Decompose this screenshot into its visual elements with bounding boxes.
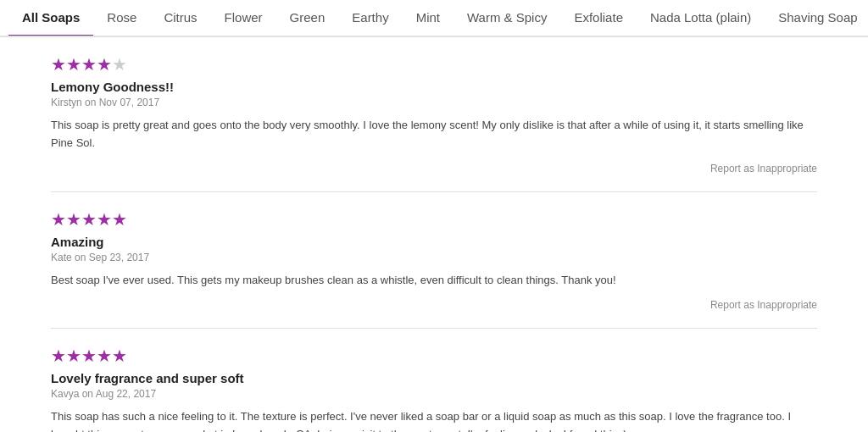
- review-meta: Kirstyn on Nov 07, 2017: [51, 97, 817, 108]
- star-icon: ★: [97, 209, 112, 230]
- nav-item-warm--spicy[interactable]: Warm & Spicy: [453, 0, 560, 37]
- nav-item-mint[interactable]: Mint: [403, 0, 453, 37]
- nav-item-earthy[interactable]: Earthy: [338, 0, 402, 37]
- star-icon: ★: [51, 209, 66, 230]
- report-inappropriate-link[interactable]: Report as Inappropriate: [51, 163, 817, 174]
- star-rating: ★★★★★: [51, 54, 817, 75]
- nav-item-rose[interactable]: Rose: [93, 0, 150, 37]
- review-date: Aug 22, 2017: [96, 388, 156, 400]
- nav-item-flower[interactable]: Flower: [211, 0, 276, 37]
- reviews-container: ★★★★★Lemony Goodness!!Kirstyn on Nov 07,…: [0, 37, 868, 432]
- star-icon: ★: [81, 209, 97, 230]
- review-date: Sep 23, 2017: [89, 252, 149, 263]
- category-nav: All SoapsRoseCitrusFlowerGreenEarthyMint…: [0, 0, 868, 37]
- star-icon: ★: [81, 54, 97, 75]
- review-title: Amazing: [51, 235, 817, 249]
- star-icon: ★: [97, 54, 112, 75]
- review-item: ★★★★★AmazingKate on Sep 23, 2017Best soa…: [51, 192, 817, 330]
- review-item: ★★★★★Lovely fragrance and super softKavy…: [51, 329, 817, 432]
- review-body: Best soap I've ever used. This gets my m…: [51, 272, 817, 290]
- star-icon: ★: [66, 54, 81, 75]
- nav-item-citrus[interactable]: Citrus: [150, 0, 210, 37]
- star-icon: ★: [81, 346, 97, 366]
- star-icon: ★: [112, 209, 127, 230]
- star-rating: ★★★★★: [51, 209, 817, 230]
- star-icon: ★: [66, 346, 81, 366]
- nav-item-nada-lotta-plain[interactable]: Nada Lotta (plain): [637, 0, 765, 37]
- star-icon: ★: [112, 54, 127, 75]
- review-body: This soap has such a nice feeling to it.…: [51, 408, 817, 432]
- star-icon: ★: [112, 346, 127, 366]
- review-author: Kate: [51, 252, 72, 263]
- star-icon: ★: [66, 209, 81, 230]
- nav-item-green[interactable]: Green: [276, 0, 339, 37]
- review-body: This soap is pretty great and goes onto …: [51, 117, 817, 152]
- star-icon: ★: [51, 54, 66, 75]
- nav-item-exfoliate[interactable]: Exfoliate: [560, 0, 637, 37]
- star-rating: ★★★★★: [51, 346, 817, 366]
- nav-item-all-soaps[interactable]: All Soaps: [8, 0, 93, 37]
- review-meta: Kavya on Aug 22, 2017: [51, 388, 817, 400]
- star-icon: ★: [97, 346, 112, 366]
- review-date: Nov 07, 2017: [99, 97, 159, 108]
- nav-item-shaving-soap[interactable]: Shaving Soap: [765, 0, 868, 37]
- review-author: Kavya: [51, 388, 79, 400]
- review-author: Kirstyn: [51, 97, 82, 108]
- report-inappropriate-link[interactable]: Report as Inappropriate: [51, 299, 817, 311]
- review-title: Lovely fragrance and super soft: [51, 371, 817, 385]
- review-title: Lemony Goodness!!: [51, 80, 817, 94]
- review-item: ★★★★★Lemony Goodness!!Kirstyn on Nov 07,…: [51, 37, 817, 192]
- review-meta: Kate on Sep 23, 2017: [51, 252, 817, 263]
- star-icon: ★: [51, 346, 66, 366]
